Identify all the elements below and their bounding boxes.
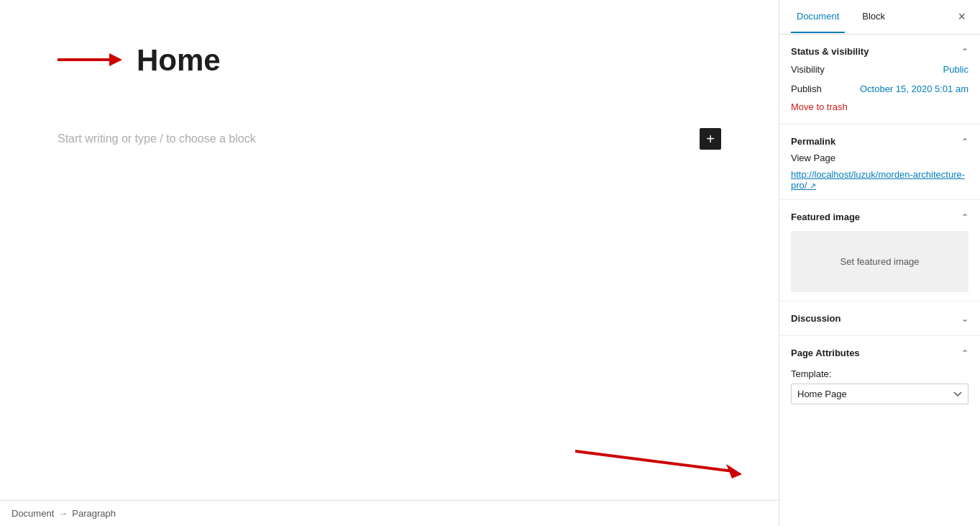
page-attributes-title: Page Attributes <box>791 348 860 358</box>
chevron-down-icon-discussion: ⌄ <box>961 314 968 324</box>
template-select[interactable]: Home Page Default Template Full Width <box>791 384 968 404</box>
template-row: Template: Home Page Default Template Ful… <box>791 368 968 404</box>
featured-image-section: Featured image ⌃ Set featured image <box>779 200 980 301</box>
status-visibility-header[interactable]: Status & visibility ⌃ <box>791 43 968 60</box>
breadcrumb: Document → Paragraph <box>0 500 779 526</box>
sidebar-tabs: Document Block × <box>779 0 980 35</box>
annotation-arrow-area <box>575 437 762 483</box>
status-visibility-title: Status & visibility <box>791 46 869 57</box>
visibility-label: Visibility <box>791 64 825 75</box>
publish-value[interactable]: October 15, 2020 5:01 am <box>860 83 968 94</box>
breadcrumb-end: Paragraph <box>72 508 116 519</box>
red-arrow-bottom-icon <box>575 437 762 480</box>
editor-placeholder: Start writing or type / to choose a bloc… <box>58 132 256 145</box>
chevron-up-icon-page-attr: ⌃ <box>961 348 968 358</box>
svg-line-2 <box>575 451 733 471</box>
visibility-value[interactable]: Public <box>943 64 968 75</box>
title-arrow-annotation <box>58 43 122 78</box>
add-block-button[interactable]: + <box>700 128 721 150</box>
svg-marker-1 <box>109 53 122 66</box>
template-label: Template: <box>791 368 968 379</box>
page-attributes-section: Page Attributes ⌃ Template: Home Page De… <box>779 336 980 413</box>
svg-marker-3 <box>726 464 742 479</box>
move-to-trash-link[interactable]: Move to trash <box>791 99 848 115</box>
permalink-title: Permalink <box>791 136 835 147</box>
page-title-area: Home <box>58 43 721 78</box>
breadcrumb-start: Document <box>12 508 54 519</box>
external-link-icon: ↗ <box>810 181 816 190</box>
status-visibility-section: Status & visibility ⌃ Visibility Public … <box>779 35 980 124</box>
chevron-up-icon: ⌃ <box>961 47 968 57</box>
tab-document[interactable]: Document <box>791 1 845 33</box>
breadcrumb-arrow: → <box>58 508 68 519</box>
permalink-url[interactable]: http://localhost/luzuk/morden-architectu… <box>791 169 968 191</box>
chevron-up-icon-permalink: ⌃ <box>961 137 968 147</box>
document-title[interactable]: Home <box>137 43 221 78</box>
featured-image-header[interactable]: Featured image ⌃ <box>791 209 968 225</box>
move-to-trash-row: Move to trash <box>791 99 968 115</box>
permalink-url-text: http://localhost/luzuk/morden-architectu… <box>791 169 965 191</box>
featured-image-title: Featured image <box>791 212 860 222</box>
visibility-row: Visibility Public <box>791 60 968 79</box>
set-featured-image-label: Set featured image <box>841 256 920 267</box>
view-page-label: View Page <box>791 150 968 166</box>
set-featured-image-button[interactable]: Set featured image <box>791 231 968 292</box>
discussion-header[interactable]: Discussion ⌄ <box>791 310 968 327</box>
tab-block[interactable]: Block <box>856 1 891 33</box>
editor-body[interactable]: Start writing or type / to choose a bloc… <box>58 121 721 157</box>
discussion-title: Discussion <box>791 313 841 324</box>
publish-row: Publish October 15, 2020 5:01 am <box>791 79 968 99</box>
page-attributes-header[interactable]: Page Attributes ⌃ <box>791 345 968 361</box>
chevron-up-icon-featured: ⌃ <box>961 212 968 222</box>
close-sidebar-button[interactable]: × <box>955 6 968 27</box>
publish-label: Publish <box>791 83 822 94</box>
permalink-section: Permalink ⌃ View Page http://localhost/l… <box>779 124 980 200</box>
settings-sidebar: Document Block × Status & visibility ⌃ V… <box>779 0 980 526</box>
discussion-section: Discussion ⌄ <box>779 301 980 336</box>
red-arrow-icon <box>58 49 122 71</box>
permalink-header[interactable]: Permalink ⌃ <box>791 133 968 150</box>
